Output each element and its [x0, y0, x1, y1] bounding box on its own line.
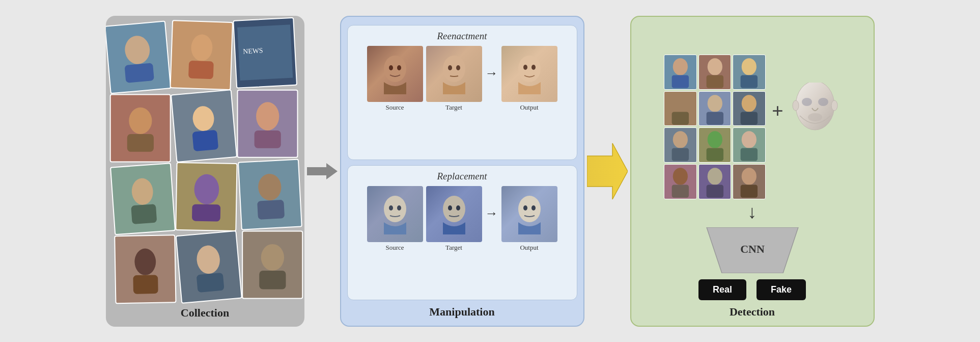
collection-panel: NEWS: [106, 16, 304, 327]
svg-point-18: [134, 248, 156, 275]
detection-top: +: [637, 24, 867, 198]
svg-point-33: [531, 65, 536, 70]
svg-point-8: [191, 105, 215, 131]
manip-to-detect-arrow: [584, 141, 630, 202]
svg-text:NEWS: NEWS: [242, 46, 263, 55]
svg-point-20: [195, 245, 221, 275]
detection-photo-grid: [664, 55, 766, 167]
photo-collage: NEWS: [106, 17, 304, 304]
svg-point-26: [389, 65, 393, 70]
svg-rect-57: [672, 148, 689, 161]
svg-rect-1: [124, 63, 154, 83]
photo-face: [111, 163, 175, 233]
det-photo: [698, 55, 732, 90]
replacement-title: Replacement: [437, 171, 487, 182]
reenactment-target-box: Target: [426, 46, 482, 112]
svg-rect-9: [192, 129, 218, 151]
photo-face: [176, 231, 241, 302]
svg-point-73: [831, 100, 837, 111]
photo-face: [106, 21, 170, 92]
det-photo: [664, 55, 697, 90]
photo-item: [237, 159, 302, 230]
replacement-source-label: Source: [385, 244, 404, 252]
svg-point-31: [518, 56, 541, 82]
photo-face: [239, 160, 301, 229]
result-buttons: Real Fake: [698, 279, 806, 300]
photo-item: [109, 162, 175, 234]
photo-item: [242, 230, 303, 299]
collection-to-manip-arrow: [304, 161, 340, 181]
svg-point-22: [261, 244, 284, 271]
svg-point-54: [742, 95, 757, 112]
source-face-svg: [375, 54, 415, 94]
det-photo: [664, 91, 697, 126]
replace-target-face-svg: [434, 194, 474, 234]
svg-rect-65: [706, 185, 723, 198]
svg-rect-67: [741, 185, 758, 198]
photo-face: [238, 90, 297, 156]
down-arrow-icon: ↓: [748, 203, 757, 221]
detection-panel: +: [630, 16, 875, 327]
svg-point-34: [384, 196, 406, 222]
svg-rect-47: [706, 75, 723, 88]
svg-point-52: [707, 95, 722, 112]
reenactment-output-box: Output: [501, 46, 557, 112]
svg-point-66: [742, 168, 757, 185]
svg-point-40: [518, 196, 541, 222]
photo-item: [170, 89, 237, 162]
svg-rect-59: [706, 148, 723, 161]
svg-rect-11: [254, 130, 281, 148]
replacement-panel: Replacement Source: [347, 165, 577, 300]
reenactment-source-label: Source: [385, 103, 404, 112]
cnn-shape-svg: CNN: [702, 227, 803, 273]
svg-point-60: [742, 131, 757, 148]
output-face-svg: [509, 54, 550, 94]
svg-point-62: [673, 168, 688, 185]
replacement-output-label: Output: [520, 244, 538, 252]
svg-rect-3: [188, 61, 213, 79]
photo-item: [175, 230, 242, 304]
svg-rect-63: [672, 185, 689, 198]
reenactment-title: Reenactment: [437, 31, 487, 42]
svg-point-42: [531, 205, 536, 211]
svg-rect-7: [127, 134, 153, 152]
reenactment-source-box: Source: [367, 46, 423, 112]
det-photo: [733, 164, 766, 199]
replacement-face-row: Source Target →: [353, 186, 572, 252]
svg-point-68: [796, 83, 834, 130]
replacement-output-box: Output: [501, 186, 557, 252]
svg-rect-61: [741, 148, 758, 161]
svg-point-41: [523, 205, 527, 211]
svg-point-12: [130, 177, 153, 205]
svg-rect-23: [259, 271, 286, 290]
svg-rect-17: [257, 199, 284, 219]
svg-point-36: [397, 205, 401, 211]
det-photo: [733, 55, 766, 90]
3d-mask-icon: [790, 85, 841, 136]
svg-point-16: [257, 173, 282, 200]
fake-button[interactable]: Fake: [757, 279, 806, 300]
replacement-source-image: [367, 186, 423, 242]
det-photo: [698, 164, 732, 199]
manipulation-label: Manipulation: [429, 305, 494, 319]
svg-rect-15: [191, 204, 220, 221]
photo-item: [109, 94, 171, 162]
photo-face: [115, 235, 175, 303]
svg-point-28: [443, 56, 465, 82]
svg-point-2: [190, 34, 213, 62]
svg-point-58: [707, 131, 722, 148]
target-face-svg: [434, 54, 474, 94]
plus-icon: +: [772, 99, 783, 123]
svg-point-29: [448, 65, 452, 70]
svg-rect-13: [131, 204, 157, 224]
photo-item: [106, 20, 171, 94]
detection-bottom: ↓ CNN Real Fake: [637, 203, 867, 300]
svg-point-14: [193, 174, 219, 204]
real-button[interactable]: Real: [698, 279, 746, 300]
svg-point-50: [673, 95, 688, 112]
replacement-source-box: Source: [367, 186, 423, 252]
replacement-target-box: Target: [426, 186, 482, 252]
svg-point-25: [384, 56, 406, 82]
svg-point-27: [397, 65, 401, 70]
reenactment-target-image: [426, 46, 482, 102]
